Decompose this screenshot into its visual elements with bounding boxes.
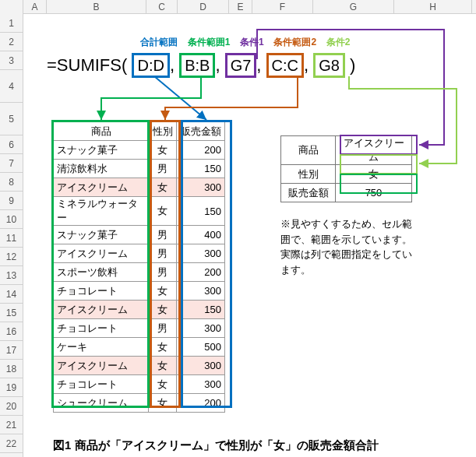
- cell-sex[interactable]: 男: [149, 319, 177, 338]
- cell-sex[interactable]: 女: [149, 282, 177, 301]
- cell-sex[interactable]: 女: [149, 178, 177, 197]
- table-row[interactable]: シュークリーム女200: [54, 394, 225, 413]
- cell-sex[interactable]: 男: [149, 244, 177, 263]
- row-header-4[interactable]: 4: [0, 70, 23, 103]
- row-header-2[interactable]: 2: [0, 33, 23, 51]
- cell-product[interactable]: チョコレート: [54, 375, 149, 394]
- col-header-F[interactable]: F: [252, 0, 313, 13]
- row-header-9[interactable]: 9: [0, 192, 23, 210]
- cell-product[interactable]: シュークリーム: [54, 394, 149, 413]
- table-row[interactable]: チョコレート男300: [54, 319, 225, 338]
- lookup-label: 販売金額: [281, 184, 336, 202]
- lookup-value[interactable]: 女: [336, 165, 412, 184]
- cell-sex[interactable]: 男: [149, 226, 177, 244]
- cell-amount[interactable]: 150: [177, 301, 225, 319]
- cell-sex[interactable]: 男: [149, 160, 177, 178]
- col-header-D[interactable]: D: [178, 0, 229, 13]
- row-header-22[interactable]: 22: [0, 434, 23, 453]
- cell-sex[interactable]: 女: [149, 357, 177, 375]
- cell-amount[interactable]: 400: [177, 226, 225, 244]
- cell-sex[interactable]: 女: [149, 141, 177, 160]
- table-row[interactable]: スポーツ飲料男200: [54, 263, 225, 282]
- row-header-14[interactable]: 14: [0, 285, 23, 304]
- note-text: ※見やすくするため、セル範囲で、範囲を示しています。実際は列で範囲指定をしていま…: [280, 216, 421, 277]
- row-header-21[interactable]: 21: [0, 416, 23, 434]
- row-header-18[interactable]: 18: [0, 360, 23, 378]
- cell-product[interactable]: ケーキ: [54, 338, 149, 357]
- cell-product[interactable]: 清涼飲料水: [54, 160, 149, 178]
- cell-amount[interactable]: 150: [177, 160, 225, 178]
- table-row[interactable]: アイスクリーム男300: [54, 244, 225, 263]
- paren-open: (: [122, 55, 127, 75]
- cell-sex[interactable]: 女: [149, 375, 177, 394]
- row-header-12[interactable]: 12: [0, 248, 23, 266]
- col-header-E[interactable]: E: [229, 0, 252, 13]
- table-row[interactable]: アイスクリーム女150: [54, 301, 225, 319]
- row-header-17[interactable]: 17: [0, 341, 23, 360]
- row-header-23[interactable]: 23: [0, 453, 23, 457]
- paren-close: ): [350, 55, 355, 75]
- col-header-H[interactable]: H: [394, 0, 472, 13]
- header-product: 商品: [54, 122, 149, 141]
- table-row[interactable]: アイスクリーム女300: [54, 178, 225, 197]
- cell-sex[interactable]: 女: [149, 301, 177, 319]
- row-header-10[interactable]: 10: [0, 210, 23, 229]
- col-header-G[interactable]: G: [313, 0, 394, 13]
- table-row[interactable]: 清涼飲料水男150: [54, 160, 225, 178]
- table-row[interactable]: アイスクリーム女300: [54, 357, 225, 375]
- cell-amount[interactable]: 300: [177, 178, 225, 197]
- cell-product[interactable]: アイスクリーム: [54, 301, 149, 319]
- cell-product[interactable]: アイスクリーム: [54, 357, 149, 375]
- col-header-B[interactable]: B: [47, 0, 146, 13]
- cell-sex[interactable]: 女: [149, 338, 177, 357]
- col-header-A[interactable]: A: [23, 0, 47, 13]
- cell-amount[interactable]: 300: [177, 319, 225, 338]
- lookup-value[interactable]: アイスクリーム: [336, 136, 412, 165]
- label-crit-range1: 条件範囲1: [188, 36, 231, 49]
- table-row[interactable]: ケーキ女500: [54, 338, 225, 357]
- cell-product[interactable]: ミネラルウォーター: [54, 197, 149, 226]
- cell-product[interactable]: チョコレート: [54, 319, 149, 338]
- figure-caption: 図1 商品が「アイスクリーム」で性別が「女」の販売金額合計: [53, 438, 476, 453]
- cell-amount[interactable]: 500: [177, 338, 225, 357]
- cell-product[interactable]: アイスクリーム: [54, 178, 149, 197]
- cell-sex[interactable]: 女: [149, 394, 177, 413]
- table-row[interactable]: スナック菓子男400: [54, 226, 225, 244]
- row-header-6[interactable]: 6: [0, 135, 23, 154]
- cell-product[interactable]: スナック菓子: [54, 226, 149, 244]
- row-headers: 1234567891011121314151617181920212223: [0, 14, 23, 457]
- table-row[interactable]: スナック菓子女200: [54, 141, 225, 160]
- table-row[interactable]: チョコレート女300: [54, 282, 225, 301]
- label-crit-range2: 条件範囲2: [273, 36, 316, 49]
- table-row[interactable]: チョコレート女300: [54, 375, 225, 394]
- row-header-5[interactable]: 5: [0, 103, 23, 135]
- cell-amount[interactable]: 300: [177, 375, 225, 394]
- cell-sex[interactable]: 男: [149, 263, 177, 282]
- cell-amount[interactable]: 300: [177, 244, 225, 263]
- cell-product[interactable]: スポーツ飲料: [54, 263, 149, 282]
- row-header-11[interactable]: 11: [0, 229, 23, 248]
- table-row[interactable]: ミネラルウォーター女150: [54, 197, 225, 226]
- row-header-8[interactable]: 8: [0, 173, 23, 192]
- cell-product[interactable]: スナック菓子: [54, 141, 149, 160]
- cell-product[interactable]: チョコレート: [54, 282, 149, 301]
- row-header-13[interactable]: 13: [0, 266, 23, 285]
- lookup-value[interactable]: 750: [336, 184, 412, 202]
- row-header-7[interactable]: 7: [0, 154, 23, 173]
- cell-amount[interactable]: 200: [177, 394, 225, 413]
- row-header-3[interactable]: 3: [0, 51, 23, 70]
- cell-amount[interactable]: 200: [177, 141, 225, 160]
- row-header-20[interactable]: 20: [0, 397, 23, 416]
- cell-sex[interactable]: 女: [149, 197, 177, 226]
- cell-amount[interactable]: 300: [177, 282, 225, 301]
- row-header-1[interactable]: 1: [0, 14, 23, 33]
- row-header-16[interactable]: 16: [0, 322, 23, 341]
- row-header-19[interactable]: 19: [0, 378, 23, 397]
- row-header-15[interactable]: 15: [0, 304, 23, 322]
- cell-amount[interactable]: 200: [177, 263, 225, 282]
- cell-product[interactable]: アイスクリーム: [54, 244, 149, 263]
- col-header-C[interactable]: C: [146, 0, 178, 13]
- formula-arg-labels: 合計範囲 条件範囲1 条件1 条件範囲2 条件2: [140, 36, 351, 49]
- cell-amount[interactable]: 300: [177, 357, 225, 375]
- cell-amount[interactable]: 150: [177, 197, 225, 226]
